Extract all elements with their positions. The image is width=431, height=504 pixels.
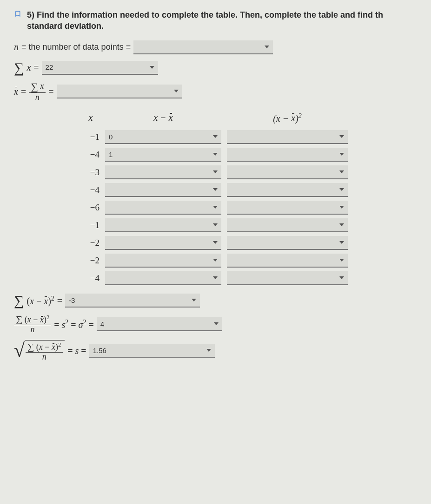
x-cell: −4: [79, 146, 102, 164]
sd-line: √ ∑ (x − x)2 n = s = 1.56: [14, 340, 417, 362]
question-number: 5): [27, 10, 34, 20]
chevron-down-icon: [213, 135, 218, 138]
xmx-dropdown[interactable]: [105, 218, 221, 232]
sumx-dropdown[interactable]: 22: [42, 61, 158, 75]
xmx2-cell: [224, 252, 351, 269]
xmx-dropdown[interactable]: [105, 254, 221, 268]
sigma-icon: ∑: [14, 60, 24, 76]
data-table: x x − x (x − x)2 −10−41−3−4−6−1−2−2−4: [79, 111, 351, 288]
sd-dropdown[interactable]: 1.56: [89, 344, 215, 358]
xmx-cell: [102, 234, 224, 252]
sumx-var: x: [27, 62, 31, 73]
xmx-dropdown[interactable]: [105, 236, 221, 250]
xmx2-cell: [224, 234, 351, 252]
chevron-down-icon: [339, 135, 344, 138]
col-xmx2-header: (x − x)2: [224, 111, 351, 129]
xmx2-cell: [224, 199, 351, 216]
chevron-down-icon: [339, 223, 344, 226]
table-row: −2: [79, 234, 351, 252]
chevron-down-icon: [213, 153, 218, 156]
variance-fraction: ∑ (x − x)2 n: [14, 314, 51, 334]
xmx2-dropdown[interactable]: [227, 218, 348, 232]
x-cell: −2: [79, 234, 102, 252]
x-cell: −3: [79, 164, 102, 181]
xmx2-dropdown[interactable]: [227, 201, 348, 215]
x-cell: −4: [79, 269, 102, 287]
n-label: = the number of data points =: [21, 42, 131, 52]
ssq-eq: =: [57, 295, 62, 306]
xmx-value: 0: [109, 133, 113, 141]
chevron-down-icon: [213, 259, 218, 262]
mean-fraction: ∑ x n: [29, 81, 46, 102]
col-x-header: x: [79, 111, 102, 129]
table-row: −2: [79, 252, 351, 269]
x-cell: −6: [79, 199, 102, 216]
chevron-down-icon: [339, 188, 344, 191]
ssq-line: ∑ (x − x)2 = -3: [14, 293, 417, 308]
chevron-down-icon: [339, 170, 344, 173]
xmx-dropdown[interactable]: 0: [105, 130, 221, 144]
chevron-down-icon: [192, 299, 196, 301]
sigma-icon: ∑: [14, 293, 24, 308]
xmx-dropdown[interactable]: [105, 271, 221, 285]
chevron-down-icon: [213, 206, 218, 209]
x-cell: −4: [79, 181, 102, 199]
n-symbol: n: [14, 42, 19, 52]
xmx-cell: [102, 199, 224, 216]
ssq-value: -3: [69, 296, 75, 304]
xmx-dropdown[interactable]: [105, 165, 221, 179]
xmx2-cell: [224, 146, 351, 164]
xmx-dropdown[interactable]: 1: [105, 148, 221, 162]
chevron-down-icon: [213, 241, 218, 244]
chevron-down-icon: [150, 66, 154, 69]
n-line: n = the number of data points =: [14, 40, 417, 54]
xbar-symbol: x: [14, 86, 18, 97]
table-row: −6: [79, 199, 351, 216]
chevron-down-icon: [339, 276, 344, 279]
xmx2-dropdown[interactable]: [227, 183, 348, 197]
xmx-cell: [102, 269, 224, 287]
x-cell: −1: [79, 216, 102, 234]
xmx2-dropdown[interactable]: [227, 130, 348, 144]
n-dropdown[interactable]: [133, 40, 273, 54]
xmx-cell: [102, 216, 224, 234]
table-row: −1: [79, 216, 351, 234]
xmx2-cell: [224, 164, 351, 181]
xmx2-dropdown[interactable]: [227, 148, 348, 162]
xmx-cell: [102, 164, 224, 181]
xmx2-dropdown[interactable]: [227, 271, 348, 285]
flag-icon: [14, 10, 22, 19]
chevron-down-icon: [339, 206, 344, 209]
chevron-down-icon: [213, 188, 218, 191]
chevron-down-icon: [339, 153, 344, 156]
xmx2-dropdown[interactable]: [227, 236, 348, 250]
xmx-dropdown[interactable]: [105, 201, 221, 215]
sumx-value: 22: [46, 63, 53, 71]
x-cell: −1: [79, 128, 102, 146]
chevron-down-icon: [265, 46, 269, 48]
variance-dropdown[interactable]: 4: [97, 317, 222, 331]
table-row: −41: [79, 146, 351, 164]
xmx2-dropdown[interactable]: [227, 254, 348, 268]
sumx-eq: =: [33, 62, 39, 73]
chevron-down-icon: [214, 322, 219, 325]
xmx2-cell: [224, 181, 351, 199]
chevron-down-icon: [339, 241, 344, 244]
sumx-line: ∑ x = 22: [14, 60, 417, 76]
xmx-dropdown[interactable]: [105, 183, 221, 197]
question-bold: Find the information needed to complete …: [37, 10, 383, 20]
xmx2-dropdown[interactable]: [227, 165, 348, 179]
table-row: −3: [79, 164, 351, 181]
variance-line: ∑ (x − x)2 n = s2 = σ2 = 4: [14, 314, 417, 334]
mean-dropdown[interactable]: [57, 85, 182, 98]
mean-eq: =: [48, 86, 53, 97]
variance-value: 4: [100, 320, 104, 328]
mean-line: x = ∑ x n =: [14, 81, 417, 102]
question-plain: standard deviation.: [27, 21, 104, 31]
ssq-dropdown[interactable]: -3: [65, 294, 200, 308]
xmx-cell: 0: [102, 128, 224, 146]
table-row: −4: [79, 181, 351, 199]
x-cell: −2: [79, 252, 102, 269]
chevron-down-icon: [213, 223, 218, 226]
chevron-down-icon: [174, 90, 179, 92]
